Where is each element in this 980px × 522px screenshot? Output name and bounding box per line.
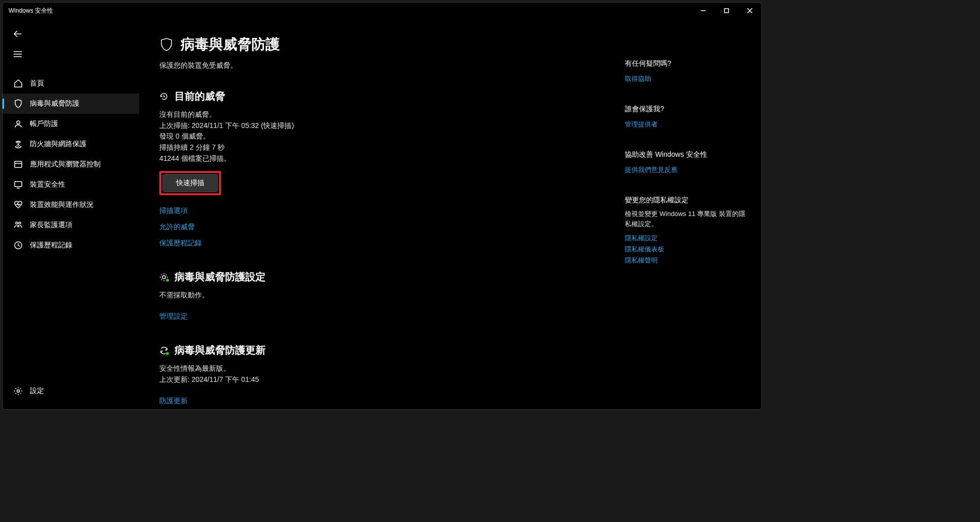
sidebar-item-home[interactable]: 首頁 xyxy=(3,73,139,94)
rp-title: 變更您的隱私權設定 xyxy=(625,196,746,205)
section-header: 目前的威脅 xyxy=(159,90,600,103)
svg-rect-1 xyxy=(725,9,729,13)
highlight-annotation: 快速掃描 xyxy=(159,171,221,195)
wifi-icon xyxy=(14,140,23,149)
get-help-link[interactable]: 取得協助 xyxy=(625,74,746,83)
quick-scan-button[interactable]: 快速掃描 xyxy=(162,174,218,192)
sidebar-item-label: 病毒與威脅防護 xyxy=(30,99,79,108)
sidebar-item-label: 應用程式與瀏覽器控制 xyxy=(30,160,101,169)
manage-providers-link[interactable]: 管理提供者 xyxy=(625,120,746,129)
sidebar-item-label: 防火牆與網路保護 xyxy=(30,140,87,149)
sidebar-item-label: 首頁 xyxy=(30,79,44,88)
quick-scan-wrap: 快速掃描 xyxy=(159,171,600,195)
scan-options-link[interactable]: 掃描選項 xyxy=(159,206,600,215)
svg-point-15 xyxy=(19,222,21,224)
sidebar-item-family[interactable]: 家長監護選項 xyxy=(3,215,139,235)
section-protection-updates: 病毒與威脅防護更新 安全性情報為最新版。 上次更新: 2024/11/7 下午 … xyxy=(159,343,600,405)
close-button[interactable] xyxy=(738,3,761,19)
sidebar-item-performance[interactable]: 裝置效能與運作狀況 xyxy=(3,195,139,215)
section-title: 目前的威脅 xyxy=(175,90,225,103)
sidebar-item-device-security[interactable]: 裝置安全性 xyxy=(3,175,139,195)
sidebar-item-label: 裝置安全性 xyxy=(30,180,65,189)
content-wrapper: 首頁 病毒與威脅防護 帳戶防護 xyxy=(3,19,761,409)
shield-icon xyxy=(14,99,23,108)
sidebar: 首頁 病毒與威脅防護 帳戶防護 xyxy=(3,19,139,409)
privacy-settings-link[interactable]: 隱私權設定 xyxy=(625,234,746,243)
hamburger-button[interactable] xyxy=(3,44,139,64)
allowed-threats-link[interactable]: 允許的威脅 xyxy=(159,223,600,232)
svg-point-8 xyxy=(17,121,20,124)
page-header: 病毒與威脅防護 xyxy=(159,35,600,54)
rp-desc: 檢視並變更 Windows 11 專業版 裝置的隱私權設定。 xyxy=(625,209,746,229)
titlebar-controls xyxy=(692,3,761,19)
page-subtitle: 保護您的裝置免受威脅。 xyxy=(159,61,600,70)
privacy-statement-link[interactable]: 隱私權聲明 xyxy=(625,256,746,265)
updates-status-line: 安全性情報為最新版。 xyxy=(159,363,600,374)
gear-shield-icon xyxy=(159,273,168,282)
sidebar-bottom: 設定 xyxy=(3,381,139,409)
manage-settings-link[interactable]: 管理設定 xyxy=(159,312,600,321)
rp-section-questions: 有任何疑問嗎? 取得協助 xyxy=(625,59,746,83)
nav-list: 首頁 病毒與威脅防護 帳戶防護 xyxy=(3,73,139,255)
last-scan-line: 上次掃描: 2024/11/1 下午 05:32 (快速掃描) xyxy=(159,120,600,132)
svg-rect-10 xyxy=(15,161,22,167)
sidebar-item-account[interactable]: 帳戶防護 xyxy=(3,114,139,134)
sidebar-item-settings[interactable]: 設定 xyxy=(3,381,139,401)
sidebar-item-label: 帳戶防護 xyxy=(30,119,58,128)
back-button[interactable] xyxy=(3,24,139,44)
appbrowser-icon xyxy=(14,160,23,169)
maximize-button[interactable] xyxy=(715,3,738,19)
section-title: 病毒與威脅防護更新 xyxy=(175,343,266,357)
section-protection-settings: 病毒與威脅防護設定 不需採取動作。 管理設定 xyxy=(159,270,600,321)
privacy-dashboard-link[interactable]: 隱私權儀表板 xyxy=(625,245,746,254)
main-content: 病毒與威脅防護 保護您的裝置免受威脅。 目前的威脅 沒有目前的威脅。 上次掃描:… xyxy=(139,19,620,409)
home-icon xyxy=(14,79,23,88)
section-header: 病毒與威脅防護更新 xyxy=(159,343,600,357)
right-panel: 有任何疑問嗎? 取得協助 誰會保護我? 管理提供者 協助改善 Windows 安… xyxy=(620,19,761,409)
no-threats-line: 沒有目前的威脅。 xyxy=(159,109,600,120)
svg-point-18 xyxy=(17,390,20,393)
section-header: 病毒與威脅防護設定 xyxy=(159,270,600,284)
hamburger-icon xyxy=(14,51,22,58)
files-line: 41244 個檔案已掃描。 xyxy=(159,153,600,164)
sidebar-item-app-browser[interactable]: 應用程式與瀏覽器控制 xyxy=(3,154,139,175)
heart-icon xyxy=(14,200,23,209)
sidebar-item-label: 裝置效能與運作狀況 xyxy=(30,200,94,209)
feedback-link[interactable]: 提供我們意見反應 xyxy=(625,165,746,175)
arrow-left-icon xyxy=(14,30,22,37)
gear-icon xyxy=(14,386,23,396)
svg-point-16 xyxy=(18,226,19,227)
history-icon xyxy=(159,92,168,101)
sidebar-item-label: 設定 xyxy=(30,386,44,396)
page-title: 病毒與威脅防護 xyxy=(181,35,280,54)
rp-section-improve: 協助改善 Windows 安全性 提供我們意見反應 xyxy=(625,150,746,175)
account-icon xyxy=(14,119,23,128)
sidebar-item-virus-threat[interactable]: 病毒與威脅防護 xyxy=(3,94,139,114)
rp-section-who-protects: 誰會保護我? 管理提供者 xyxy=(625,105,746,129)
rp-title: 有任何疑問嗎? xyxy=(625,59,746,68)
sidebar-item-firewall[interactable]: 防火牆與網路保護 xyxy=(3,134,139,154)
section-current-threats: 目前的威脅 沒有目前的威脅。 上次掃描: 2024/11/1 下午 05:32 … xyxy=(159,90,600,248)
rp-title: 誰會保護我? xyxy=(625,105,746,114)
window-title: Windows 安全性 xyxy=(9,7,53,15)
rp-title: 協助改善 Windows 安全性 xyxy=(625,150,746,159)
section-title: 病毒與威脅防護設定 xyxy=(175,270,266,284)
shield-icon xyxy=(159,37,174,52)
svg-rect-12 xyxy=(15,182,22,187)
protection-history-link[interactable]: 保護歷程記錄 xyxy=(159,239,600,248)
found-line: 發現 0 個威脅。 xyxy=(159,131,600,142)
svg-point-9 xyxy=(18,144,19,145)
device-icon xyxy=(14,180,23,189)
sidebar-item-label: 保護歷程記錄 xyxy=(30,241,72,250)
window-frame: Windows 安全性 xyxy=(2,2,762,410)
titlebar: Windows 安全性 xyxy=(3,3,761,19)
minimize-button[interactable] xyxy=(692,3,715,19)
protection-update-link[interactable]: 防護更新 xyxy=(159,397,600,406)
svg-point-19 xyxy=(162,276,165,279)
history-icon xyxy=(14,241,23,250)
rp-section-privacy: 變更您的隱私權設定 檢視並變更 Windows 11 專業版 裝置的隱私權設定。… xyxy=(625,196,746,265)
family-icon xyxy=(14,221,23,230)
sidebar-item-history[interactable]: 保護歷程記錄 xyxy=(3,235,139,255)
refresh-icon xyxy=(159,346,168,355)
svg-point-14 xyxy=(16,222,18,224)
